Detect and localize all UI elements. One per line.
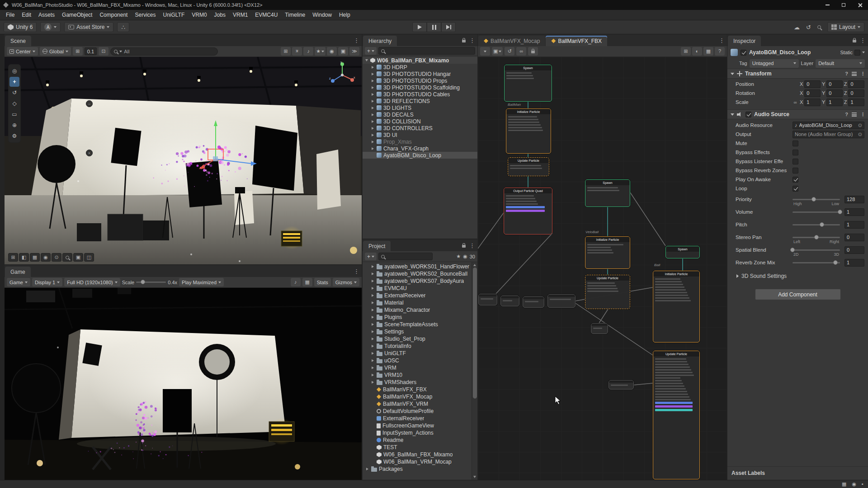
slider-thumb[interactable] xyxy=(811,197,816,202)
tab-ballmanvfx-mocap[interactable]: BallManVFX_Mocap xyxy=(478,36,545,46)
tag-dropdown[interactable]: Untagged xyxy=(750,59,799,68)
expand-arrow-icon[interactable] xyxy=(371,359,375,362)
hierarchy-item-3d-decals[interactable]: 3D DECALS xyxy=(363,111,477,118)
progress-icon[interactable]: ◉ xyxy=(852,482,856,487)
close-button[interactable] xyxy=(852,0,868,10)
vfx-node-update-particle-9[interactable]: Update Particle xyxy=(653,351,700,479)
layer-dropdown[interactable]: Default xyxy=(816,59,865,68)
tool-handle-pivot-dropdown[interactable]: Center xyxy=(7,47,38,56)
overlay-collapse-button[interactable]: – xyxy=(86,100,93,107)
tab-inspector[interactable]: Inspector xyxy=(728,36,761,46)
view-tool-button[interactable]: ◎ xyxy=(9,66,19,76)
vfx-node-initialize-particle-8[interactable]: Initialize Particle xyxy=(653,271,700,343)
vfx-debug-button[interactable]: ▦ xyxy=(703,47,713,56)
scene-effects-dropdown[interactable]: ★ xyxy=(315,47,326,56)
expand-arrow-icon[interactable] xyxy=(371,80,375,82)
console-icon[interactable]: ▦ xyxy=(842,482,846,487)
expand-arrow-icon[interactable] xyxy=(371,323,375,326)
create-object-button[interactable]: + xyxy=(365,47,377,55)
rotation-z-field[interactable]: 0 xyxy=(848,89,864,97)
object-picker-icon[interactable]: ⊙ xyxy=(858,122,862,128)
slider-stereo-pan[interactable]: LeftRight xyxy=(793,231,840,244)
play-maximized-dropdown[interactable]: Play Maximized xyxy=(179,278,224,286)
overlay-collapse-button[interactable]: × xyxy=(86,150,93,156)
expand-arrow-icon[interactable] xyxy=(371,280,375,282)
add-component-button[interactable]: Add Component xyxy=(755,289,841,300)
project-item-uosc[interactable]: uOSC xyxy=(363,357,477,364)
slider-value-volume[interactable]: 1 xyxy=(844,208,864,216)
expand-arrow-icon[interactable] xyxy=(371,127,375,130)
hierarchy-item-prop-xmas[interactable]: Prop_Xmas xyxy=(363,138,477,145)
tab-game[interactable]: Game xyxy=(5,267,31,277)
menu-assets[interactable]: Assets xyxy=(35,12,58,18)
display-dropdown[interactable]: Display 1 xyxy=(32,278,62,286)
scale-z-field[interactable]: 1 xyxy=(848,99,864,106)
project-item-tutorialinfo[interactable]: TutorialInfo xyxy=(363,343,477,350)
menu-help[interactable]: Help xyxy=(335,12,354,18)
project-item-inputsystem-actions[interactable]: InputSystem_Actions xyxy=(363,429,477,436)
vfx-attach-button[interactable]: ∞ xyxy=(516,47,526,56)
expand-arrow-icon[interactable] xyxy=(371,107,375,109)
vfx-node-operator-14[interactable] xyxy=(591,323,608,334)
minimize-button[interactable] xyxy=(819,0,835,10)
game-viewport[interactable] xyxy=(5,288,362,480)
hierarchy-item-3d-photostudio-scaffolding[interactable]: 3D PHOTOSTUDIO Scaffolding xyxy=(363,84,477,91)
project-item-material[interactable]: Material xyxy=(363,299,477,306)
expand-arrow-icon[interactable] xyxy=(371,316,375,319)
project-item-scenetemplateassets[interactable]: SceneTemplateAssets xyxy=(363,321,477,328)
hidden-packages-icon[interactable]: ◉ xyxy=(463,254,467,259)
scene-orientation-gizmo[interactable]: y x z xyxy=(328,61,356,89)
project-item-packages[interactable]: Packages xyxy=(363,465,477,473)
static-checkbox[interactable] xyxy=(854,50,860,56)
custom-tool-button[interactable]: ⚙ xyxy=(9,131,19,141)
expand-arrow-icon[interactable] xyxy=(371,366,375,369)
move-tool-button[interactable]: + xyxy=(9,77,19,87)
slider-spatial-blend[interactable]: 2D3D xyxy=(793,244,840,256)
grid-visibility-button[interactable]: ⊞ xyxy=(73,47,83,56)
hierarchy-item-3d-photostudio-props[interactable]: 3D PHOTOSTUDIO Props xyxy=(363,77,477,84)
hierarchy-item-3d-ui[interactable]: 3D UI xyxy=(363,131,477,138)
expand-arrow-icon[interactable] xyxy=(371,381,375,384)
project-item-ayatoweb-works07-bodyaura[interactable]: ayatoweb_WORKS07_BodyAura xyxy=(363,277,477,285)
menu-file[interactable]: File xyxy=(2,12,18,18)
hierarchy-item-w06-ballman-fbx-mixamo[interactable]: W06_BallMan_FBX_Mixamo xyxy=(363,57,477,64)
unity-version-button[interactable]: Unity 6 xyxy=(4,22,37,32)
pause-button[interactable] xyxy=(427,22,441,32)
rotate-tool-button[interactable]: ↺ xyxy=(9,88,19,98)
project-item-unigltf[interactable]: UniGLTF xyxy=(363,350,477,357)
hierarchy-item-3d-photostudio-cables[interactable]: 3D PHOTOSTUDIO Cables xyxy=(363,91,477,98)
expand-arrow-icon[interactable] xyxy=(364,59,368,61)
object-field-output[interactable]: None (Audio Mixer Group)⊙ xyxy=(793,131,864,138)
menu-timeline[interactable]: Timeline xyxy=(281,12,309,18)
checkbox-bypass-effects[interactable] xyxy=(793,150,798,155)
expand-arrow-icon[interactable] xyxy=(371,301,375,304)
hierarchy-search-input[interactable] xyxy=(378,47,475,55)
vfx-node-operator-10[interactable] xyxy=(478,294,497,305)
tab-project[interactable]: Project xyxy=(363,241,391,251)
preset-icon[interactable] xyxy=(852,72,857,76)
slider-thumb[interactable] xyxy=(820,222,824,227)
game-mode-dropdown[interactable]: Game xyxy=(7,278,30,286)
frame-selected-button[interactable]: ⊞ xyxy=(281,47,291,56)
checkbox-mute[interactable] xyxy=(793,141,798,146)
expand-arrow-icon[interactable] xyxy=(371,120,375,123)
hierarchy-item-3d-photostudio-hangar[interactable]: 3D PHOTOSTUDIO Hangar xyxy=(363,70,477,77)
position-y-field[interactable]: 0 xyxy=(826,80,843,88)
project-item-ayatoweb-works01-handflower[interactable]: ayatoweb_WORKS01_HandFlower xyxy=(363,263,477,270)
slider-thumb[interactable] xyxy=(833,260,838,265)
scene-viewport[interactable]: ◎ + ↺ ◇ ▭ ⊕ ⚙ – × y x z ⊞ ◧ ▦ ◉ xyxy=(5,57,362,264)
scene-lighting-button[interactable]: ☀ xyxy=(292,47,302,56)
vfx-compile-dropdown[interactable] xyxy=(480,47,490,56)
scale-y-field[interactable]: 1 xyxy=(826,99,843,106)
viewport-tool-pan-icon[interactable]: ⊞ xyxy=(8,253,18,262)
play-button[interactable] xyxy=(412,22,427,32)
scroll-down-icon[interactable] xyxy=(473,476,476,478)
scene-camera-button[interactable]: ▣ xyxy=(338,47,348,56)
sound-settings-foldout[interactable]: 3D Sound Settings xyxy=(727,272,868,281)
vfx-node-operator-12[interactable] xyxy=(523,296,544,308)
checkbox-loop[interactable] xyxy=(793,186,798,192)
slider-priority[interactable]: HighLow xyxy=(793,193,840,206)
mute-audio-button[interactable]: ♪ xyxy=(291,278,301,286)
help-icon[interactable]: ? xyxy=(845,112,848,117)
expand-arrow-icon[interactable] xyxy=(365,468,369,470)
